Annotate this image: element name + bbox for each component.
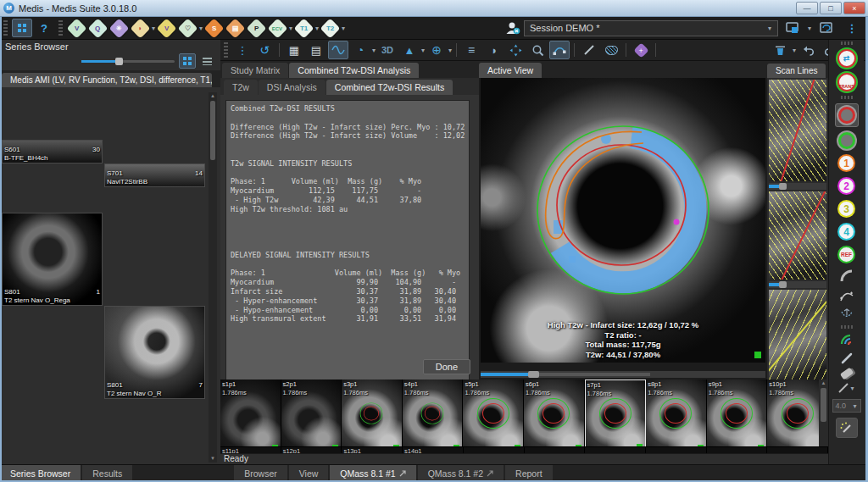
measure-line-button[interactable] <box>579 41 599 59</box>
wizard-button[interactable]: ▲ <box>399 41 420 59</box>
app-3dview-icon[interactable]: P <box>247 18 267 38</box>
pan-button[interactable] <box>505 41 526 59</box>
toolbar-grip[interactable] <box>3 20 8 36</box>
slice-thumbnail[interactable]: s4p11.786ms <box>403 380 464 453</box>
maximize-button[interactable]: □ <box>820 2 842 14</box>
slice-thumbnail[interactable]: s3p11.786ms <box>342 380 403 453</box>
dropdown-arrow-icon[interactable]: ▾ <box>342 25 345 32</box>
scan-lines-thumbnail[interactable] <box>769 290 826 385</box>
thickness-select[interactable]: 4.0▾ <box>832 399 861 413</box>
slice-thumbnail[interactable]: s2p11.786ms <box>281 380 342 453</box>
app-qangio-icon[interactable]: ◗ <box>130 18 150 38</box>
undo-button[interactable] <box>798 41 818 59</box>
dropdown-arrow-icon[interactable]: ▾ <box>289 25 292 32</box>
spline-tool-button[interactable] <box>839 307 854 321</box>
app-t1-icon[interactable]: T1 <box>294 18 314 38</box>
dropdown-arrow-icon[interactable]: ▾ <box>808 25 811 32</box>
tab-combined-analysis[interactable]: Combined T2w-DSI Analysis <box>289 63 419 78</box>
app-qflow-icon[interactable]: Q <box>87 18 108 38</box>
line-width-button[interactable]: ▾ <box>837 382 854 394</box>
protect-button[interactable]: + <box>631 41 651 59</box>
region-tool-button[interactable] <box>601 41 621 59</box>
study-matrix-button[interactable]: ▦ <box>284 41 304 59</box>
study-tab[interactable]: Medis AMI (LV, RV Function, T2w, DSI, di… <box>2 73 212 87</box>
roi3-button[interactable]: 3 <box>837 200 855 218</box>
dropdown-arrow-icon[interactable]: ▾ <box>793 47 796 54</box>
save-session-button[interactable] <box>782 19 803 37</box>
active-view-image[interactable]: High T2w - Infarct size: 12,62g / 10,72 … <box>481 78 765 363</box>
edit-contour-button[interactable] <box>549 41 570 59</box>
toolbar-grip[interactable] <box>224 42 228 58</box>
app-ecv-icon[interactable]: ECV <box>268 18 288 38</box>
tab-series-browser[interactable]: Series Browser <box>0 465 81 482</box>
scroll-up-icon[interactable]: ▲ <box>209 92 217 100</box>
title-bar[interactable]: M Medis - Medis Suite 3.0.18.0 — □ × <box>0 0 868 17</box>
dropdown-arrow-icon[interactable]: ▾ <box>372 47 376 54</box>
help-button[interactable]: ? <box>34 19 54 37</box>
subtab-dsi-analysis[interactable]: DSI Analysis <box>259 80 326 95</box>
dropdown-arrow-icon[interactable]: ▾ <box>448 47 452 54</box>
epi-contour-button[interactable] <box>838 132 855 149</box>
trans-button[interactable]: TRANS <box>837 73 856 91</box>
panel-menu-button[interactable]: ⋮ <box>232 41 253 59</box>
app-qstrain-icon[interactable]: ✳ <box>108 18 129 38</box>
arc-tool-button[interactable] <box>839 269 854 284</box>
scan-lines-thumbnail[interactable] <box>769 80 826 181</box>
scan-slider[interactable] <box>769 281 826 288</box>
dropdown-arrow-icon[interactable]: ▾ <box>152 25 155 32</box>
done-button[interactable]: Done <box>423 359 470 374</box>
thumbnail-size-slider[interactable] <box>81 60 175 63</box>
delete-button[interactable] <box>771 41 791 59</box>
reset-view-button[interactable]: ↺ <box>254 41 275 59</box>
phase-slider[interactable] <box>481 371 765 378</box>
app-menu-button[interactable]: ⋮ <box>842 19 862 37</box>
tab-results[interactable]: Results <box>82 465 132 482</box>
session-select[interactable]: Session DEMO * ▾ <box>524 20 778 36</box>
tab-active-view[interactable]: Active View <box>479 63 542 78</box>
auto-detect-button[interactable] <box>836 418 858 438</box>
toolbar-grip[interactable] <box>841 42 853 45</box>
list-view-button[interactable] <box>198 53 215 69</box>
slice-thumbnail[interactable]: s1p11.786ms <box>220 380 281 453</box>
window-level-button[interactable]: ◑ <box>483 41 504 59</box>
filmstrip-button[interactable]: ▤ <box>306 41 326 59</box>
draw-tool-button[interactable] <box>840 352 854 365</box>
layers-button[interactable]: ≡ <box>461 41 481 59</box>
toolbar-grip[interactable] <box>58 20 63 36</box>
slice-thumbnail[interactable]: s8p11.786ms <box>646 380 707 453</box>
scan-lines-thumbnail[interactable] <box>769 191 826 280</box>
tab-browser[interactable]: Browser <box>234 465 287 482</box>
series-thumbnail[interactable]: S60130 B-TFE_BH4ch <box>2 140 103 163</box>
scroll-down-icon[interactable]: ▼ <box>209 455 217 463</box>
curve-tool-button[interactable] <box>839 289 854 302</box>
endo-contour-button[interactable] <box>835 103 859 127</box>
app-qmass-icon[interactable]: V <box>66 18 86 38</box>
ref-point-button[interactable]: REF <box>837 246 855 263</box>
roi2-button[interactable]: 2 <box>837 177 855 195</box>
refresh-session-button[interactable] <box>816 19 837 37</box>
slice-thumbnail[interactable]: s5p11.786ms <box>463 380 524 453</box>
grid-view-button[interactable] <box>179 53 196 69</box>
layout-button[interactable] <box>12 19 32 37</box>
scroll-up-icon[interactable]: ▲ <box>819 380 828 387</box>
slice-thumbnail-selected[interactable]: s7p11.786ms <box>585 380 647 453</box>
time-analysis-button[interactable]: ◔ <box>350 41 370 59</box>
series-thumbnail[interactable]: S8017 T2 stern Nav O_R <box>104 306 205 399</box>
close-button[interactable]: × <box>843 2 865 14</box>
slice-thumbnail[interactable]: s9p11.786ms <box>707 380 768 453</box>
dropdown-arrow-icon[interactable]: ▾ <box>199 25 203 32</box>
filmstrip-scrollbar[interactable]: ▲ ▼ <box>819 380 828 453</box>
dropdown-arrow-icon[interactable]: ▾ <box>315 25 319 32</box>
app-qreport-icon[interactable]: ▤ <box>225 18 246 38</box>
trans-sync-button[interactable]: ⇄ <box>837 49 856 68</box>
series-thumbnail[interactable]: S8011 T2 stern Nav O_Rega <box>2 213 103 306</box>
zoom-button[interactable] <box>527 41 548 59</box>
orientation-button[interactable]: ⊕ <box>426 41 447 59</box>
tab-qmass-2[interactable]: QMass 8.1 #2 <box>418 465 504 482</box>
eraser-button[interactable] <box>841 370 853 377</box>
tab-qmass-1[interactable]: QMass 8.1 #1 <box>330 465 415 482</box>
minimize-button[interactable]: — <box>796 2 818 14</box>
roi4-button[interactable]: 4 <box>837 223 855 241</box>
tab-scan-lines[interactable]: Scan Lines <box>767 64 826 78</box>
slice-thumbnail[interactable]: s6p11.786ms <box>524 380 585 453</box>
